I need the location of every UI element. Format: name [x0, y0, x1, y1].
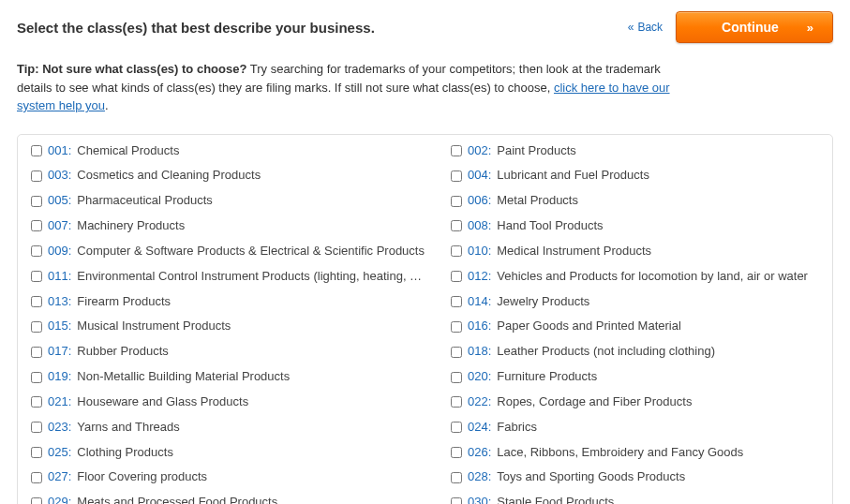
class-code: 027:	[48, 468, 71, 486]
class-row[interactable]: 022: Ropes, Cordage and Fiber Products	[438, 390, 832, 415]
class-row[interactable]: 017: Rubber Products	[18, 339, 438, 364]
class-checkbox[interactable]	[451, 472, 462, 483]
class-row[interactable]: 006: Metal Products	[438, 188, 832, 214]
class-row[interactable]: 009: Computer & Software Products & Elec…	[18, 239, 438, 264]
class-row[interactable]: 014: Jewelry Products	[438, 289, 832, 315]
class-row[interactable]: 004: Lubricant and Fuel Products	[438, 163, 832, 188]
class-checkbox[interactable]	[31, 422, 42, 433]
class-checkbox[interactable]	[31, 145, 42, 156]
class-checkbox[interactable]	[31, 497, 42, 504]
class-checkbox[interactable]	[451, 372, 462, 383]
class-name: Paper Goods and Printed Material	[497, 318, 681, 335]
class-checkbox[interactable]	[451, 196, 462, 207]
class-checkbox[interactable]	[451, 321, 462, 333]
class-name: Chemical Products	[77, 142, 179, 160]
class-name: Toys and Sporting Goods Products	[497, 468, 685, 486]
class-row[interactable]: 007: Machinery Products	[18, 214, 438, 239]
class-code: 007:	[48, 217, 71, 235]
class-name: Lubricant and Fuel Products	[497, 167, 649, 185]
class-name: Lace, Ribbons, Embroidery and Fancy Good…	[497, 444, 743, 462]
class-checkbox[interactable]	[451, 220, 462, 231]
tip-body-b: .	[105, 98, 109, 112]
class-row[interactable]: 001: Chemical Products	[18, 139, 438, 164]
class-checkbox[interactable]	[31, 271, 42, 282]
class-name: Floor Covering products	[77, 468, 207, 486]
class-code: 010:	[468, 243, 491, 260]
class-name: Leather Products (not including clothing…	[497, 343, 715, 361]
back-link[interactable]: « Back	[628, 21, 663, 34]
class-row[interactable]: 025: Clothing Products	[18, 440, 438, 466]
class-checkbox[interactable]	[451, 347, 462, 358]
class-checkbox[interactable]	[31, 196, 42, 207]
class-checkbox[interactable]	[451, 145, 462, 156]
class-checkbox[interactable]	[31, 347, 42, 358]
class-checkbox[interactable]	[451, 245, 462, 257]
class-row[interactable]: 030: Staple Food Products	[438, 490, 832, 504]
class-row[interactable]: 029: Meats and Processed Food Products	[18, 490, 438, 504]
class-row[interactable]: 021: Houseware and Glass Products	[18, 390, 438, 415]
class-checkbox[interactable]	[31, 220, 42, 231]
class-row[interactable]: 018: Leather Products (not including clo…	[438, 339, 832, 364]
class-code: 003:	[48, 167, 71, 185]
class-row[interactable]: 027: Floor Covering products	[18, 465, 438, 490]
class-checkbox[interactable]	[31, 472, 42, 483]
class-row[interactable]: 024: Fabrics	[438, 415, 832, 440]
class-row[interactable]: 015: Musical Instrument Products	[18, 314, 438, 339]
class-code: 015:	[48, 318, 71, 335]
class-name: Fabrics	[497, 419, 537, 437]
class-row[interactable]: 011: Environmental Control Instrument Pr…	[18, 264, 438, 289]
continue-button-label: Continue	[722, 20, 779, 35]
class-code: 026:	[468, 444, 491, 462]
class-checkbox[interactable]	[31, 372, 42, 383]
class-row[interactable]: 012: Vehicles and Products for locomotio…	[438, 264, 832, 289]
class-code: 030:	[468, 494, 491, 504]
class-code: 022:	[468, 393, 491, 411]
class-row[interactable]: 005: Pharmaceutical Products	[18, 188, 438, 214]
class-name: Paint Products	[497, 142, 576, 160]
class-name: Ropes, Cordage and Fiber Products	[497, 393, 692, 411]
class-checkbox[interactable]	[451, 422, 462, 433]
class-row[interactable]: 026: Lace, Ribbons, Embroidery and Fancy…	[438, 440, 832, 466]
class-checkbox[interactable]	[451, 296, 462, 307]
class-code: 024:	[468, 419, 491, 437]
class-checkbox[interactable]	[31, 296, 42, 307]
class-row[interactable]: 019: Non-Metallic Building Material Prod…	[18, 364, 438, 390]
class-name: Rubber Products	[77, 343, 169, 361]
continue-button[interactable]: Continue »	[676, 11, 833, 43]
class-checkbox[interactable]	[451, 396, 462, 408]
class-checkbox[interactable]	[451, 271, 462, 282]
nav-controls: « Back Continue »	[628, 11, 833, 43]
class-checkbox[interactable]	[451, 447, 462, 458]
class-checkbox[interactable]	[31, 170, 42, 182]
class-row[interactable]: 002: Paint Products	[438, 139, 832, 164]
class-name: Pharmaceutical Products	[77, 192, 213, 210]
class-checkbox[interactable]	[451, 497, 462, 504]
class-row[interactable]: 003: Cosmetics and Cleaning Products	[18, 163, 438, 188]
class-row[interactable]: 023: Yarns and Threads	[18, 415, 438, 440]
class-list-panel: 001: Chemical Products003: Cosmetics and…	[17, 134, 833, 505]
class-code: 028:	[468, 468, 491, 486]
class-code: 025:	[48, 444, 71, 462]
class-checkbox[interactable]	[31, 396, 42, 408]
class-row[interactable]: 016: Paper Goods and Printed Material	[438, 314, 832, 339]
class-code: 006:	[468, 192, 491, 210]
class-row[interactable]: 013: Firearm Products	[18, 289, 438, 315]
class-name: Vehicles and Products for locomotion by …	[497, 268, 808, 286]
class-code: 005:	[48, 192, 71, 210]
class-checkbox[interactable]	[31, 447, 42, 458]
class-name: Machinery Products	[77, 217, 185, 235]
chevron-left-icon: «	[628, 21, 634, 34]
class-row[interactable]: 028: Toys and Sporting Goods Products	[438, 465, 832, 490]
class-code: 029:	[48, 494, 71, 504]
class-row[interactable]: 010: Medical Instrument Products	[438, 239, 832, 264]
class-name: Non-Metallic Building Material Products	[77, 368, 290, 386]
class-checkbox[interactable]	[31, 321, 42, 333]
class-row[interactable]: 008: Hand Tool Products	[438, 214, 832, 239]
class-name: Medical Instrument Products	[497, 243, 651, 260]
class-code: 017:	[48, 343, 71, 361]
class-name: Staple Food Products	[497, 494, 614, 504]
back-link-label: Back	[637, 21, 663, 34]
class-checkbox[interactable]	[31, 245, 42, 257]
class-row[interactable]: 020: Furniture Products	[438, 364, 832, 390]
class-checkbox[interactable]	[451, 170, 462, 182]
